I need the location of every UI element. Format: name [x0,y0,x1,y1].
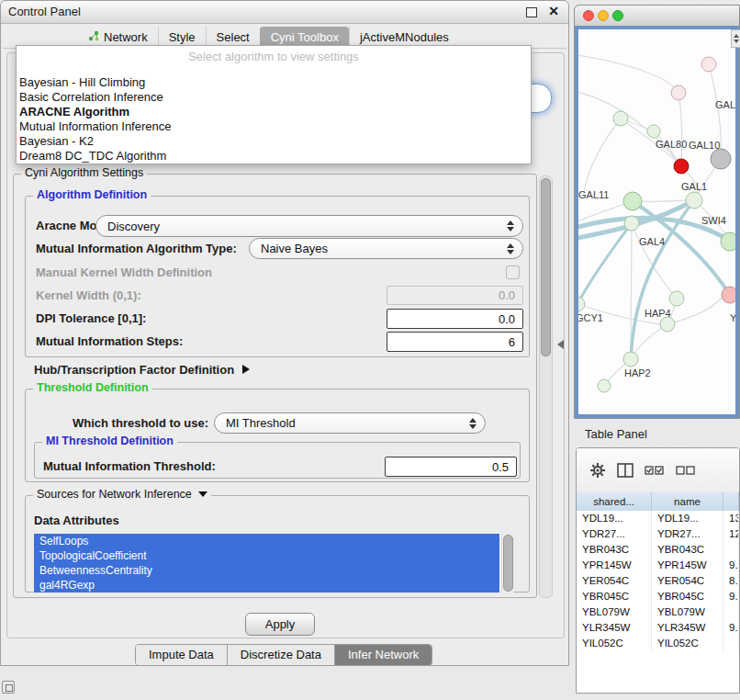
node-label-gcy1: GCY1 [578,312,603,323]
settings-scrollbar[interactable] [539,175,553,598]
node-label-gal4: GAL4 [639,236,665,247]
table-cell: YIL052C [577,636,652,651]
combo-arrows-icon [469,418,477,429]
mac-zoom-icon[interactable] [612,10,623,21]
mac-minimize-icon[interactable] [598,10,609,21]
network-window-titlebar[interactable] [575,6,739,27]
attribute-item-selfloops[interactable]: SelfLoops [34,534,499,548]
tab-label: Network [104,30,148,44]
table-row[interactable]: YLR345WYLR345W9. [577,620,739,636]
popup-item-dream8-dc-tdc-algorithm[interactable]: Dream8 DC_TDC Algorithm [17,149,531,164]
network-node[interactable] [613,111,628,126]
bottom-tab-infer-network[interactable]: Infer Network [334,645,432,665]
manual-kernel-label: Manual Kernel Width Definition [36,265,212,279]
table-cell: YIL052C [652,636,723,651]
column-header[interactable]: name [652,492,723,511]
mi-steps-field[interactable]: 6 [387,332,523,352]
data-attributes-list[interactable]: SelfLoopsTopologicalCoefficientBetweenne… [34,534,513,593]
column-header[interactable]: shared... [577,492,652,511]
network-node[interactable] [686,192,702,209]
attributes-scrollbar-thumb[interactable] [503,535,513,592]
network-canvas[interactable]: GAL8GAL80GAL10GAL11GAL1SWI4GAL4GCY1HAP4H… [575,26,739,418]
popup-item-mutual-information-inference[interactable]: Mutual Information Inference [17,119,531,134]
collapsed-panel-icon[interactable] [2,681,15,694]
table-row[interactable]: YBR043CYBR043C [577,542,739,558]
attribute-item-gal4rgexp[interactable]: gal4RGexp [34,578,499,593]
table-row[interactable]: YPR145WYPR145W9. [577,558,739,573]
aracne-mode-combo[interactable]: Discovery [95,215,523,237]
node-label-hap4: HAP4 [645,308,671,319]
scroll-up-icon[interactable] [734,34,739,38]
expand-right-icon [242,365,250,374]
hub-definition-toggle[interactable]: Hub/Transcription Factor Definition [34,363,250,377]
popup-item-aracne-algorithm[interactable]: ARACNE Algorithm [17,105,531,119]
network-node[interactable] [701,57,716,72]
which-threshold-combo[interactable]: MI Threshold [214,412,486,434]
table-cell: YPR145W [652,558,723,573]
settings-scrollbar-thumb[interactable] [541,178,551,356]
attribute-item-betweennesscentrality[interactable]: BetweennessCentrality [34,563,499,578]
network-node[interactable] [722,287,735,303]
table-cell: YER054C [652,573,723,589]
network-node[interactable] [598,379,611,392]
column-header[interactable] [723,492,739,511]
network-node[interactable] [623,352,638,367]
network-node[interactable] [660,317,675,332]
mi-steps-value: 6 [509,335,515,349]
network-scroll-widget[interactable] [731,29,740,48]
table-cell: YPR145W [577,558,652,573]
splitter-collapse-icon[interactable] [557,340,564,349]
attribute-item-topologicalcoefficient[interactable]: TopologicalCoefficient [34,548,499,563]
table-row[interactable]: YBL079WYBL079W [577,604,739,620]
show-columns-icon[interactable] [617,463,633,478]
manual-kernel-checkbox[interactable] [506,265,520,279]
mac-close-icon[interactable] [583,10,594,21]
attributes-scrollbar[interactable] [501,534,513,593]
network-node[interactable] [669,291,684,306]
table-row[interactable]: YIL052CYIL052C [577,636,739,651]
data-attributes-label: Data Attributes [34,514,119,527]
table-cell: YBR045C [652,589,723,604]
table-row[interactable]: YBR045CYBR045C9. [577,589,739,604]
threshold-definition-legend: Threshold Definition [33,381,152,394]
node-label-swi4: SWI4 [701,215,726,226]
network-node[interactable] [624,216,639,231]
network-node[interactable] [623,192,642,210]
table-cell: 9. [723,558,739,573]
dpi-tolerance-field[interactable]: 0.0 [387,309,523,329]
table-row[interactable]: YER054CYER054C8. [577,573,739,589]
network-node[interactable] [674,159,689,174]
popup-item-bayesian-k2[interactable]: Bayesian - K2 [17,134,531,149]
scroll-down-icon[interactable] [734,40,739,43]
control-panel-title: Control Panel [8,5,81,18]
mi-type-label: Mutual Information Algorithm Type: [36,242,237,255]
bottom-tab-impute-data[interactable]: Impute Data [136,645,227,665]
table-row[interactable]: YDL19...YDL19...13 [577,511,739,526]
select-all-checkboxes-icon[interactable] [645,466,665,476]
apply-button[interactable]: Apply [245,613,315,636]
network-node[interactable] [671,85,686,100]
kernel-width-value: 0.0 [499,288,515,302]
bottom-tab-strip: Impute DataDiscretize DataInfer Network [135,644,432,666]
float-window-icon[interactable] [526,7,537,17]
mi-threshold-field[interactable]: 0.5 [385,457,517,477]
network-graph: GAL8GAL80GAL10GAL11GAL1SWI4GAL4GCY1HAP4H… [578,29,735,414]
control-panel-titlebar[interactable]: Control Panel ✕ [1,1,568,24]
node-label-gal80: GAL80 [656,139,687,150]
network-edge [578,55,678,93]
sources-legend[interactable]: Sources for Network Inference [33,488,211,501]
table-cell: 12 [723,526,739,542]
network-node[interactable] [711,149,731,169]
kernel-width-field[interactable]: 0.0 [387,286,523,305]
deselect-all-checkboxes-icon[interactable] [676,466,696,476]
bottom-tab-discretize-data[interactable]: Discretize Data [227,645,334,665]
settings-gear-icon[interactable] [589,462,606,479]
network-node[interactable] [578,297,585,311]
popup-item-basic-correlation-inference[interactable]: Basic Correlation Inference [17,90,531,105]
network-node[interactable] [721,232,735,251]
close-icon[interactable]: ✕ [548,4,559,18]
mi-type-combo[interactable]: Naive Bayes [249,238,523,259]
table-row[interactable]: YDR27...YDR27...12 [577,526,739,542]
popup-item-bayesian-hill-climbing[interactable]: Bayesian - Hill Climbing [17,75,531,90]
network-node[interactable] [647,125,660,138]
